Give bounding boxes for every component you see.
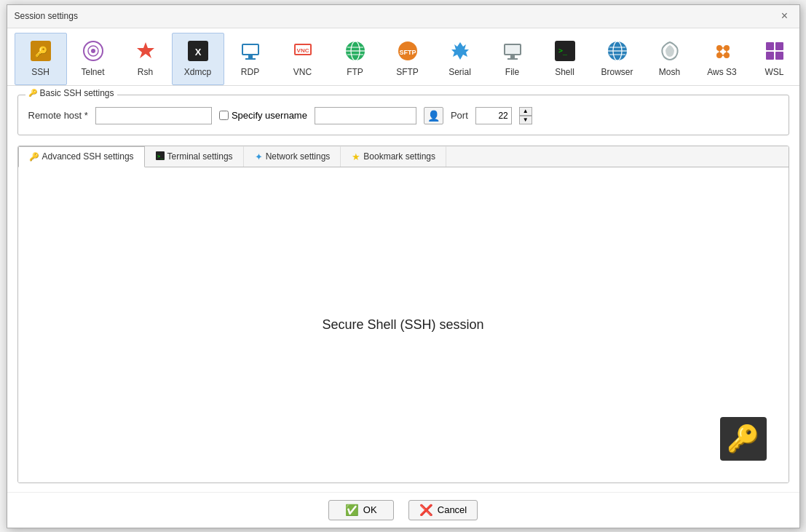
dialog-title: Session settings bbox=[15, 11, 78, 21]
specify-username-label[interactable]: Specify username bbox=[219, 110, 307, 121]
tab-network-icon: ✦ bbox=[255, 151, 263, 162]
rdp-icon bbox=[240, 41, 261, 64]
awss3-icon bbox=[712, 41, 732, 64]
proto-tab-rsh-label: Rsh bbox=[138, 67, 153, 77]
user-browse-button[interactable]: 👤 bbox=[424, 107, 443, 124]
tab-terminal-settings[interactable]: >_ Terminal settings bbox=[145, 146, 244, 167]
svg-rect-10 bbox=[245, 58, 256, 60]
proto-tab-file-label: File bbox=[505, 67, 519, 77]
main-content: 🔑 Basic SSH settings Remote host * Speci… bbox=[7, 86, 799, 492]
svg-text:X: X bbox=[194, 47, 201, 57]
svg-rect-43 bbox=[766, 52, 774, 60]
key-icon-box: 🔑 bbox=[720, 417, 767, 461]
tab-content-area: Secure Shell (SSH) session 🔑 bbox=[18, 167, 789, 483]
proto-tab-telnet-label: Telnet bbox=[81, 67, 104, 77]
svg-rect-25 bbox=[507, 58, 518, 60]
close-button[interactable]: × bbox=[778, 9, 792, 23]
proto-tab-wsl-label: WSL bbox=[764, 67, 783, 77]
settings-tab-panel: 🔑 Advanced SSH settings >_ Terminal sett… bbox=[17, 146, 789, 483]
proto-tab-ftp-label: FTP bbox=[347, 67, 363, 77]
session-settings-dialog: Session settings × 🔑 SSH Tel bbox=[7, 4, 800, 528]
proto-tab-sftp-label: SFTP bbox=[396, 67, 419, 77]
proto-tab-ssh-label: SSH bbox=[31, 67, 50, 77]
sftp-icon: SFTP bbox=[398, 41, 418, 64]
proto-tab-ftp[interactable]: FTP bbox=[329, 33, 382, 85]
svg-text:>_: >_ bbox=[558, 47, 568, 55]
settings-tab-bar: 🔑 Advanced SSH settings >_ Terminal sett… bbox=[18, 146, 789, 167]
tab-terminal-label: Terminal settings bbox=[167, 151, 233, 162]
tab-terminal-icon: >_ bbox=[156, 151, 165, 162]
proto-tab-xdmcp[interactable]: X Xdmcp bbox=[172, 33, 224, 85]
svg-rect-11 bbox=[243, 45, 258, 54]
port-spinner: ▲ ▼ bbox=[519, 107, 532, 124]
proto-tab-rdp-label: RDP bbox=[241, 67, 259, 77]
svg-point-4 bbox=[91, 49, 95, 53]
svg-text:VNC: VNC bbox=[296, 47, 309, 54]
proto-tab-telnet[interactable]: Telnet bbox=[67, 33, 119, 85]
proto-tab-file[interactable]: File bbox=[486, 33, 539, 85]
cancel-icon: ❌ bbox=[419, 504, 433, 517]
ftp-icon bbox=[345, 41, 366, 64]
tab-bookmark-label: Bookmark settings bbox=[363, 151, 435, 162]
cancel-label: Cancel bbox=[438, 504, 467, 515]
proto-tab-rdp[interactable]: RDP bbox=[224, 33, 277, 85]
port-spin-down[interactable]: ▼ bbox=[519, 116, 532, 124]
mosh-icon bbox=[660, 41, 680, 64]
dialog-footer: ✅ OK ❌ Cancel bbox=[7, 492, 799, 528]
proto-tab-awss3-label: Aws S3 bbox=[707, 67, 736, 77]
serial-icon bbox=[450, 41, 470, 64]
svg-marker-5 bbox=[137, 42, 154, 58]
proto-tab-ssh[interactable]: 🔑 SSH bbox=[15, 33, 67, 85]
file-icon bbox=[502, 41, 523, 64]
proto-tab-rsh[interactable]: Rsh bbox=[119, 33, 172, 85]
tab-advanced-ssh-label: Advanced SSH settings bbox=[42, 151, 134, 162]
port-label: Port bbox=[451, 110, 468, 121]
user-icon: 👤 bbox=[427, 110, 440, 122]
svg-rect-9 bbox=[248, 55, 253, 58]
svg-rect-23 bbox=[505, 45, 520, 54]
svg-rect-24 bbox=[510, 55, 515, 58]
proto-tab-vnc[interactable]: VNC VNC bbox=[277, 33, 329, 85]
proto-tab-shell-label: Shell bbox=[555, 67, 574, 77]
specify-username-checkbox[interactable] bbox=[219, 111, 229, 120]
proto-tab-browser[interactable]: Browser bbox=[591, 33, 644, 85]
shell-icon: >_ bbox=[555, 41, 575, 64]
tab-network-label: Network settings bbox=[266, 151, 331, 162]
svg-rect-42 bbox=[775, 42, 783, 50]
port-spin-up[interactable]: ▲ bbox=[519, 107, 532, 116]
proto-tab-mosh-label: Mosh bbox=[659, 67, 680, 77]
proto-tab-serial[interactable]: Serial bbox=[434, 33, 486, 85]
telnet-icon bbox=[83, 41, 103, 64]
tab-bookmark-icon: ★ bbox=[352, 151, 360, 162]
proto-tab-serial-label: Serial bbox=[449, 67, 471, 77]
ok-label: OK bbox=[363, 504, 377, 515]
username-input[interactable] bbox=[315, 107, 416, 124]
proto-tab-wsl[interactable]: WSL bbox=[748, 33, 801, 85]
tab-advanced-ssh-icon: 🔑 bbox=[29, 152, 39, 162]
tab-advanced-ssh[interactable]: 🔑 Advanced SSH settings bbox=[18, 146, 145, 167]
tab-network-settings[interactable]: ✦ Network settings bbox=[244, 146, 341, 167]
svg-text:>_: >_ bbox=[157, 154, 164, 159]
proto-tab-awss3[interactable]: Aws S3 bbox=[696, 33, 748, 85]
basic-ssh-legend: 🔑 Basic SSH settings bbox=[25, 88, 117, 98]
vnc-icon: VNC bbox=[293, 41, 313, 64]
proto-tab-vnc-label: VNC bbox=[293, 67, 312, 77]
legend-key-icon: 🔑 bbox=[28, 89, 37, 97]
proto-tab-mosh[interactable]: Mosh bbox=[644, 33, 696, 85]
proto-tab-sftp[interactable]: SFTP SFTP bbox=[382, 33, 434, 85]
ok-icon: ✅ bbox=[345, 504, 359, 517]
basic-ssh-settings-group: 🔑 Basic SSH settings Remote host * Speci… bbox=[17, 95, 789, 135]
proto-tab-browser-label: Browser bbox=[601, 67, 633, 77]
tab-bookmark-settings[interactable]: ★ Bookmark settings bbox=[341, 146, 446, 167]
svg-rect-41 bbox=[766, 42, 774, 50]
svg-text:SFTP: SFTP bbox=[399, 49, 416, 56]
cancel-button[interactable]: ❌ Cancel bbox=[408, 500, 478, 520]
remote-host-input[interactable] bbox=[95, 107, 212, 124]
ok-button[interactable]: ✅ OK bbox=[328, 500, 394, 520]
svg-text:🔑: 🔑 bbox=[34, 46, 47, 58]
title-bar: Session settings × bbox=[7, 5, 799, 28]
browser-icon bbox=[607, 41, 628, 64]
port-input[interactable] bbox=[475, 107, 512, 124]
proto-tab-shell[interactable]: >_ Shell bbox=[539, 33, 591, 85]
key-large-icon: 🔑 bbox=[727, 424, 759, 454]
